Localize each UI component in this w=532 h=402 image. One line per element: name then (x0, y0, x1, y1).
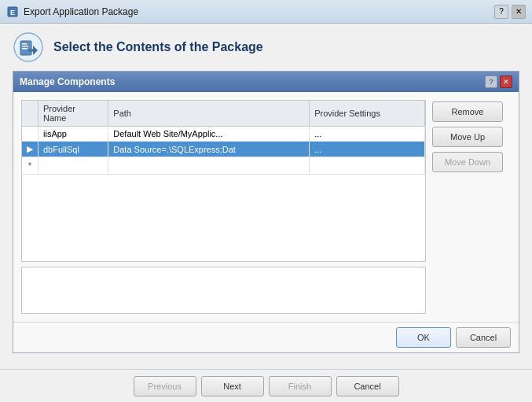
previous-button[interactable]: Previous (134, 376, 196, 396)
outer-title-text: Export Application Package (24, 6, 138, 17)
table-header-row: ProviderName Path Provider Settings (22, 101, 425, 127)
header-section: Select the Contents of the Package (13, 31, 519, 63)
header-title: Select the Contents of the Package (53, 40, 263, 54)
col-provider-settings: Provider Settings (310, 101, 425, 127)
row-indicator-1 (22, 127, 39, 142)
svg-rect-8 (28, 50, 33, 52)
svg-rect-4 (22, 43, 27, 45)
right-panel: Remove Move Up Move Down (432, 100, 511, 314)
table-row[interactable]: ▶ dbFullSql Data Source=.\SQLExpress;Dat… (22, 142, 425, 157)
cancel-nav-button[interactable]: Cancel (336, 376, 399, 396)
ok-button[interactable]: OK (396, 327, 451, 348)
col-provider-name: ProviderName (39, 101, 108, 127)
next-button[interactable]: Next (201, 376, 264, 396)
move-up-button[interactable]: Move Up (432, 127, 503, 147)
manage-title-text: Manage Components (20, 76, 115, 87)
svg-rect-5 (22, 46, 28, 47)
move-down-button[interactable]: Move Down (432, 152, 503, 172)
cell-provider-2: dbFullSql (39, 142, 108, 157)
manage-title-bar: Manage Components ? ✕ (13, 72, 519, 92)
cell-provider-new (39, 157, 108, 175)
data-table-container: ProviderName Path Provider Settings iisA… (21, 100, 426, 262)
description-box (21, 267, 426, 314)
manage-title-controls: ? ✕ (485, 76, 512, 88)
cell-settings-2: ... (310, 142, 425, 157)
export-icon (13, 31, 44, 63)
components-table: ProviderName Path Provider Settings iisA… (22, 101, 425, 175)
row-indicator-2: ▶ (22, 142, 39, 157)
cell-path-1: Default Web Site/MyApplic... (108, 127, 310, 142)
close-button[interactable]: ✕ (512, 5, 526, 19)
finish-button[interactable]: Finish (269, 376, 332, 396)
manage-dialog: Manage Components ? ✕ (13, 71, 519, 353)
left-panel: ProviderName Path Provider Settings iisA… (21, 100, 426, 314)
col-path: Path (108, 101, 310, 127)
manage-close-button[interactable]: ✕ (500, 76, 512, 88)
cell-settings-new (310, 157, 425, 175)
svg-rect-6 (22, 48, 28, 50)
cell-settings-1: ... (310, 127, 425, 142)
table-row-new[interactable]: * (22, 157, 425, 175)
bottom-nav: Previous Next Finish Cancel (0, 369, 532, 402)
manage-content: ProviderName Path Provider Settings iisA… (13, 92, 519, 322)
cancel-dialog-button[interactable]: Cancel (456, 327, 511, 348)
row-indicator-new: * (22, 157, 39, 175)
main-content: Select the Contents of the Package Manag… (0, 24, 532, 369)
help-button[interactable]: ? (494, 5, 508, 19)
cell-path-2: Data Source=.\SQLExpress;Dat (108, 142, 310, 157)
table-row[interactable]: iisApp Default Web Site/MyApplic... ... (22, 127, 425, 142)
remove-button[interactable]: Remove (432, 101, 503, 122)
title-bar-controls: ? ✕ (494, 5, 526, 19)
cell-path-new (108, 157, 310, 175)
outer-window: E Export Application Package ? ✕ Select … (0, 0, 532, 402)
col-indicator (22, 101, 39, 127)
outer-title-bar: E Export Application Package ? ✕ (0, 0, 532, 24)
cell-provider-1: iisApp (39, 127, 108, 142)
app-icon: E (6, 6, 19, 18)
svg-text:E: E (10, 9, 15, 17)
title-bar-left: E Export Application Package (6, 6, 138, 18)
manage-help-button[interactable]: ? (485, 76, 497, 88)
manage-footer: OK Cancel (13, 322, 519, 352)
